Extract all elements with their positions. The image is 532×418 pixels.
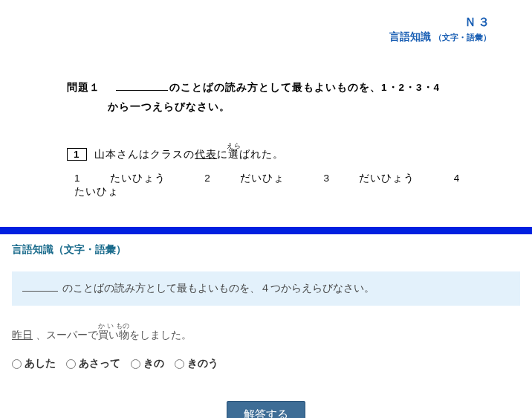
option-2: 2 だいひょ — [204, 173, 302, 184]
quiz-mid2: をしました。 — [129, 329, 192, 341]
radio-1[interactable] — [12, 359, 22, 369]
sentence-pre: 山本さんはクラスの — [94, 149, 195, 160]
quiz-option-4[interactable]: きのう — [175, 357, 218, 370]
quiz-option-3[interactable]: きの — [131, 357, 164, 370]
option-1: 1 たいひょう — [74, 173, 184, 184]
quiz-underlined-word: 昨日 — [12, 329, 33, 341]
radio-2[interactable] — [66, 359, 76, 369]
radio-3[interactable] — [131, 359, 140, 369]
mondai-title: 問題１ のことばの読み方として最もよいものを、1・2・3・4 — [67, 81, 480, 94]
quiz-ruby: 買い物か い もの — [98, 329, 129, 341]
ruby-word: 選えら — [228, 149, 239, 160]
sentence-underlined: 代表 — [195, 149, 217, 160]
quiz-options: あした あさって きの きのう — [12, 357, 520, 371]
instruction-text: のことばの読み方として最もよいものを、４つからえらびなさい。 — [62, 282, 374, 294]
blank-line — [116, 90, 168, 91]
section2-title: 言語知識（文字・語彙） — [12, 243, 520, 257]
example-options: 1 たいひょう 2 だいひょ 3 だいひょう 4 たいひょ — [67, 172, 480, 199]
instruction-line2: から一つえらびなさい。 — [67, 100, 480, 114]
quiz-option-1[interactable]: あした — [12, 357, 56, 370]
quiz-section: 言語知識（文字・語彙） のことばの読み方として最もよいものを、４つからえらびなさ… — [0, 234, 532, 418]
example-question: 1 山本さんはクラスの代表に選えらばれた。 — [67, 142, 480, 161]
option-3: 3 だいひょう — [324, 173, 433, 184]
sentence-post2: ばれた。 — [239, 149, 284, 160]
header-meta: Ｎ３ 言語知識 （文字・語彙） — [0, 0, 532, 51]
submit-button[interactable]: 解答する — [227, 401, 305, 419]
radio-4[interactable] — [175, 359, 184, 369]
question-number-box: 1 — [67, 148, 87, 161]
category-sub: （文字・語彙） — [434, 33, 491, 42]
example-section: 問題１ のことばの読み方として最もよいものを、1・2・3・4 から一つえらびなさ… — [0, 51, 532, 213]
quiz-option-2[interactable]: あさって — [66, 357, 120, 370]
blank-line-2 — [22, 291, 58, 292]
section-divider — [0, 227, 532, 234]
instruction-line1: のことばの読み方として最もよいものを、1・2・3・4 — [169, 82, 440, 93]
level-label: Ｎ３ — [0, 15, 491, 30]
category-main: 言語知識 — [389, 30, 431, 42]
quiz-sentence: 昨日 、スーパーで買い物か い ものをしました。 — [12, 322, 520, 342]
mondai-label: 問題１ — [67, 82, 100, 93]
quiz-mid1: 、スーパーで — [33, 329, 98, 341]
instruction-box: のことばの読み方として最もよいものを、４つからえらびなさい。 — [12, 271, 520, 306]
